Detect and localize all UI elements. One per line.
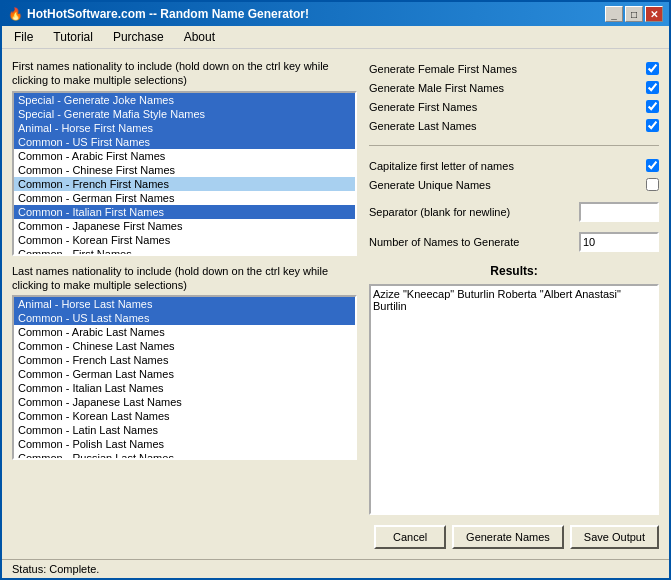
unique-checkbox[interactable] xyxy=(646,178,659,191)
gen-female-label: Generate Female First Names xyxy=(369,63,517,75)
separator-label: Separator (blank for newline) xyxy=(369,206,579,218)
checkbox-row: Generate Male First Names xyxy=(369,78,659,97)
results-label: Results: xyxy=(369,264,659,278)
cancel-button[interactable]: Cancel xyxy=(374,525,446,549)
checkbox-row: Capitalize first letter of names xyxy=(369,156,659,175)
minimize-button[interactable]: _ xyxy=(605,6,623,22)
list-item[interactable]: Common - Arabic Last Names xyxy=(14,325,355,339)
right-panel: Generate Female First NamesGenerate Male… xyxy=(369,59,659,549)
divider-1 xyxy=(369,145,659,146)
capitalize-label: Capitalize first letter of names xyxy=(369,160,514,172)
list-item[interactable]: Common - US First Names xyxy=(14,135,355,149)
menu-about[interactable]: About xyxy=(176,28,223,46)
list-item[interactable]: Common - Korean First Names xyxy=(14,233,355,247)
gen-male-label: Generate Male First Names xyxy=(369,82,504,94)
checkboxes-group2: Capitalize first letter of namesGenerate… xyxy=(369,156,659,194)
list-item[interactable]: Common - First Names xyxy=(14,247,355,256)
list-item[interactable]: Common - French Last Names xyxy=(14,353,355,367)
status-text: Status: Complete. xyxy=(12,563,99,575)
gen-first-checkbox[interactable] xyxy=(646,100,659,113)
num-names-input[interactable] xyxy=(579,232,659,252)
list-item[interactable]: Common - US Last Names xyxy=(14,311,355,325)
left-panel: First names nationality to include (hold… xyxy=(12,59,357,549)
first-names-listbox[interactable]: Special - Generate Joke NamesSpecial - G… xyxy=(12,91,357,256)
list-item[interactable]: Common - Italian Last Names xyxy=(14,381,355,395)
list-item[interactable]: Common - Italian First Names xyxy=(14,205,355,219)
list-item[interactable]: Animal - Horse First Names xyxy=(14,121,355,135)
list-item[interactable]: Common - German Last Names xyxy=(14,367,355,381)
last-names-section: Last names nationality to include (hold … xyxy=(12,264,357,461)
checkboxes-group1: Generate Female First NamesGenerate Male… xyxy=(369,59,659,135)
list-item[interactable]: Common - Russian Last Names xyxy=(14,451,355,460)
list-item[interactable]: Common - Latin Last Names xyxy=(14,423,355,437)
checkbox-row: Generate Last Names xyxy=(369,116,659,135)
list-item[interactable]: Animal - Horse Last Names xyxy=(14,297,355,311)
list-item[interactable]: Common - German First Names xyxy=(14,191,355,205)
generate-button[interactable]: Generate Names xyxy=(452,525,564,549)
first-names-label: First names nationality to include (hold… xyxy=(12,59,357,88)
gen-female-checkbox[interactable] xyxy=(646,62,659,75)
list-item[interactable]: Common - Japanese Last Names xyxy=(14,395,355,409)
main-content: First names nationality to include (hold… xyxy=(2,49,669,559)
maximize-button[interactable]: □ xyxy=(625,6,643,22)
list-item[interactable]: Common - French First Names xyxy=(14,177,355,191)
flame-icon: 🔥 xyxy=(8,7,23,21)
num-names-label: Number of Names to Generate xyxy=(369,236,579,248)
separator-input[interactable] xyxy=(579,202,659,222)
title-bar-text: 🔥 HotHotSoftware.com -- Random Name Gene… xyxy=(8,7,309,21)
save-output-button[interactable]: Save Output xyxy=(570,525,659,549)
menu-tutorial[interactable]: Tutorial xyxy=(45,28,101,46)
list-item[interactable]: Special - Generate Mafia Style Names xyxy=(14,107,355,121)
checkbox-row: Generate Female First Names xyxy=(369,59,659,78)
list-item[interactable]: Common - Arabic First Names xyxy=(14,149,355,163)
list-item[interactable]: Common - Chinese First Names xyxy=(14,163,355,177)
list-item[interactable]: Common - Japanese First Names xyxy=(14,219,355,233)
list-item[interactable]: Special - Generate Joke Names xyxy=(14,93,355,107)
list-item[interactable]: Common - Polish Last Names xyxy=(14,437,355,451)
last-names-label: Last names nationality to include (hold … xyxy=(12,264,357,293)
gen-last-checkbox[interactable] xyxy=(646,119,659,132)
separator-row: Separator (blank for newline) xyxy=(369,200,659,224)
gen-last-label: Generate Last Names xyxy=(369,120,477,132)
gen-first-label: Generate First Names xyxy=(369,101,477,113)
gen-male-checkbox[interactable] xyxy=(646,81,659,94)
results-box[interactable]: Azize "Kneecap" Buturlin Roberta "Albert… xyxy=(369,284,659,515)
list-item[interactable]: Common - Korean Last Names xyxy=(14,409,355,423)
status-bar: Status: Complete. xyxy=(2,559,669,578)
first-names-section: First names nationality to include (hold… xyxy=(12,59,357,256)
unique-label: Generate Unique Names xyxy=(369,179,491,191)
bottom-buttons: Cancel Generate Names Save Output xyxy=(369,521,659,549)
checkbox-row: Generate First Names xyxy=(369,97,659,116)
main-window: 🔥 HotHotSoftware.com -- Random Name Gene… xyxy=(0,0,671,580)
title-bar-controls: _ □ ✕ xyxy=(605,6,663,22)
last-names-listbox[interactable]: Animal - Horse Last NamesCommon - US Las… xyxy=(12,295,357,460)
capitalize-checkbox[interactable] xyxy=(646,159,659,172)
menu-purchase[interactable]: Purchase xyxy=(105,28,172,46)
num-names-row: Number of Names to Generate xyxy=(369,230,659,254)
menu-file[interactable]: File xyxy=(6,28,41,46)
list-item[interactable]: Common - Chinese Last Names xyxy=(14,339,355,353)
title-bar: 🔥 HotHotSoftware.com -- Random Name Gene… xyxy=(2,2,669,26)
close-button[interactable]: ✕ xyxy=(645,6,663,22)
checkbox-row: Generate Unique Names xyxy=(369,175,659,194)
menu-bar: File Tutorial Purchase About xyxy=(2,26,669,49)
